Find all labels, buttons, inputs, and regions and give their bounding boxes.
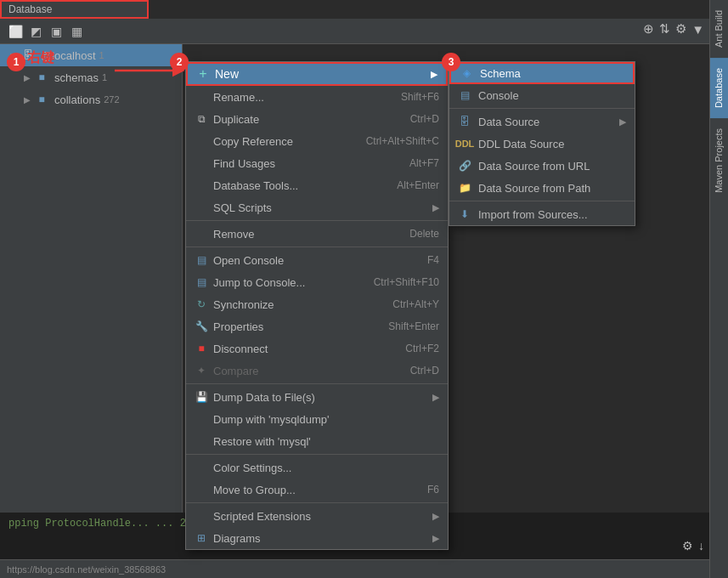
disconnect-icon: ■: [195, 342, 208, 355]
menu-item-color-settings[interactable]: Color Settings...: [186, 456, 448, 479]
rename-shortcut: Shift+F6: [401, 91, 439, 103]
dropdown-icon[interactable]: ▼: [691, 22, 704, 37]
left-panel: ▶ 🗄 @localhost 1 ▶ ■ schemas 1 ▶ ■ colla…: [0, 44, 183, 537]
menu-item-jump-console[interactable]: ▤ Jump to Console... Ctrl+Shift+F10: [186, 271, 448, 293]
menu-move-group-label: Move to Group...: [213, 484, 296, 496]
move-group-shortcut: F6: [427, 484, 439, 496]
bottom-right-icons: ⚙ ↓: [682, 539, 704, 552]
sort-icon[interactable]: ⇅: [659, 21, 670, 37]
remove-shortcut: Delete: [409, 228, 439, 240]
add-icon[interactable]: ⊕: [643, 21, 654, 37]
sub-menu-item-data-source[interactable]: 🗄 Data Source ▶: [449, 110, 635, 133]
new-arrow-icon: ▶: [431, 69, 437, 80]
jump-console-shortcut: Ctrl+Shift+F10: [374, 276, 439, 288]
settings-icon[interactable]: ⚙: [675, 21, 686, 37]
menu-jump-console-label: Jump to Console...: [213, 276, 305, 289]
data-source-arrow: ▶: [619, 116, 626, 128]
menu-item-disconnect[interactable]: ■ Disconnect Ctrl+F2: [186, 337, 448, 360]
menu-item-open-console[interactable]: ▤ Open Console F4: [186, 249, 448, 271]
status-url: https://blog.csdn.net/weixin_38568863: [7, 564, 166, 575]
tree-collations-item[interactable]: ▶ ■ collations 272: [0, 88, 182, 110]
menu-item-rename[interactable]: Rename... Shift+F6: [186, 86, 448, 108]
sub-menu-item-console[interactable]: ▤ Console: [449, 84, 635, 106]
menu-item-restore-mysql[interactable]: Restore with 'mysql': [186, 430, 448, 452]
menu-scripted-ext-label: Scripted Extensions: [213, 510, 311, 523]
jump-console-icon: ▤: [195, 275, 208, 289]
import-icon: ⬇: [458, 207, 471, 221]
menu-item-find-usages[interactable]: Find Usages Alt+F7: [186, 152, 448, 174]
red-arrow-svg: [110, 58, 187, 83]
dump-arrow-icon: ▶: [432, 392, 439, 403]
toolbar-icon-2[interactable]: ◩: [27, 23, 44, 40]
menu-dump-mysql-label: Dump with 'mysqldump': [213, 413, 329, 426]
menu-remove-label: Remove: [213, 228, 254, 241]
annotation-label-cn: 右键: [27, 49, 54, 67]
menu-compare-label: Compare: [213, 365, 258, 377]
menu-restore-mysql-label: Restore with 'mysql': [213, 435, 311, 448]
sub-menu-item-schema[interactable]: ◈ Schema: [449, 62, 635, 84]
menu-item-dump-data[interactable]: 💾 Dump Data to File(s) ▶: [186, 386, 448, 408]
menu-color-settings-label: Color Settings...: [213, 462, 292, 474]
menu-item-remove[interactable]: Remove Delete: [186, 223, 448, 245]
sub-menu-item-ds-url[interactable]: 🔗 Data Source from URL: [449, 155, 635, 177]
console-icon: ▤: [458, 88, 471, 102]
menu-dump-label: Dump Data to File(s): [213, 391, 315, 404]
separator-4: [186, 454, 448, 455]
schemas-arrow: ▶: [24, 73, 31, 82]
sub-menu-item-ddl-source[interactable]: DDL DDL Data Source: [449, 133, 635, 155]
separator-3: [186, 383, 448, 384]
new-plus-icon: +: [196, 67, 210, 81]
menu-item-duplicate[interactable]: ⧉ Duplicate Ctrl+D: [186, 108, 448, 130]
sync-shortcut: Ctrl+Alt+Y: [392, 298, 439, 310]
menu-open-console-label: Open Console: [213, 254, 284, 267]
db-tools-icon: [195, 178, 208, 192]
sub-menu-item-import[interactable]: ⬇ Import from Sources...: [449, 203, 635, 225]
open-console-icon: ▤: [195, 253, 208, 267]
menu-item-db-tools[interactable]: Database Tools... Alt+Enter: [186, 174, 448, 196]
menu-rename-label: Rename...: [213, 91, 264, 104]
annotation-circle-1: 1: [7, 53, 25, 71]
toolbar-icon-4[interactable]: ▦: [68, 23, 85, 40]
separator-5: [186, 502, 448, 503]
find-usages-shortcut: Alt+F7: [409, 157, 439, 169]
sub-menu-import-label: Import from Sources...: [478, 208, 588, 221]
sub-menu-data-source-label: Data Source: [478, 116, 539, 128]
copy-ref-shortcut: Ctrl+Alt+Shift+C: [366, 135, 439, 147]
color-settings-icon: [195, 461, 208, 474]
restore-mysql-icon: [195, 434, 208, 448]
right-tab-ant-build[interactable]: Ant Build: [710, 0, 728, 58]
collations-icon: ■: [34, 92, 49, 107]
toolbar-icon-1[interactable]: ⬜: [7, 23, 24, 40]
right-tab-database[interactable]: Database: [710, 58, 728, 118]
sub-menu-ds-path-label: Data Source from Path: [478, 182, 590, 195]
ds-url-icon: 🔗: [458, 159, 471, 173]
menu-item-synchronize[interactable]: ↻ Synchronize Ctrl+Alt+Y: [186, 293, 448, 315]
disconnect-shortcut: Ctrl+F2: [405, 343, 439, 354]
menu-item-scripted-ext[interactable]: Scripted Extensions ▶: [186, 505, 448, 527]
menu-copy-ref-label: Copy Reference: [213, 135, 293, 148]
sub-menu-ds-url-label: Data Source from URL: [478, 160, 590, 173]
menu-item-copy-ref[interactable]: Copy Reference Ctrl+Alt+Shift+C: [186, 130, 448, 152]
menu-item-new[interactable]: + New ▶: [186, 62, 448, 86]
sub-menu-item-ds-path[interactable]: 📁 Data Source from Path: [449, 177, 635, 199]
compare-icon: ✦: [195, 364, 208, 377]
sub-menu: ◈ Schema ▤ Console 🗄 Data Source ▶ DDL D…: [449, 61, 635, 226]
toolbar-icon-3[interactable]: ▣: [48, 23, 65, 40]
ddl-source-icon: DDL: [458, 137, 471, 150]
right-tab-maven[interactable]: Maven Projects: [710, 118, 728, 203]
separator-2: [186, 246, 448, 247]
menu-item-sql-scripts[interactable]: SQL Scripts ▶: [186, 196, 448, 218]
menu-item-move-group[interactable]: Move to Group... F6: [186, 479, 448, 501]
menu-item-properties[interactable]: 🔧 Properties Shift+Enter: [186, 315, 448, 337]
bottom-arrow-icon[interactable]: ↓: [698, 539, 704, 552]
menu-item-diagrams[interactable]: ⊞ Diagrams ▶: [186, 527, 448, 549]
bottom-gear-icon[interactable]: ⚙: [682, 539, 693, 552]
menu-duplicate-label: Duplicate: [213, 113, 259, 126]
diagrams-icon: ⊞: [195, 531, 208, 545]
menu-item-dump-mysql[interactable]: Dump with 'mysqldump': [186, 408, 448, 430]
copy-ref-icon: [195, 134, 208, 148]
diagrams-arrow: ▶: [432, 533, 439, 544]
status-bar: https://blog.csdn.net/weixin_38568863: [0, 559, 709, 578]
scripted-ext-icon: [195, 509, 208, 523]
toolbar: ⬜ ◩ ▣ ▦: [0, 19, 709, 44]
